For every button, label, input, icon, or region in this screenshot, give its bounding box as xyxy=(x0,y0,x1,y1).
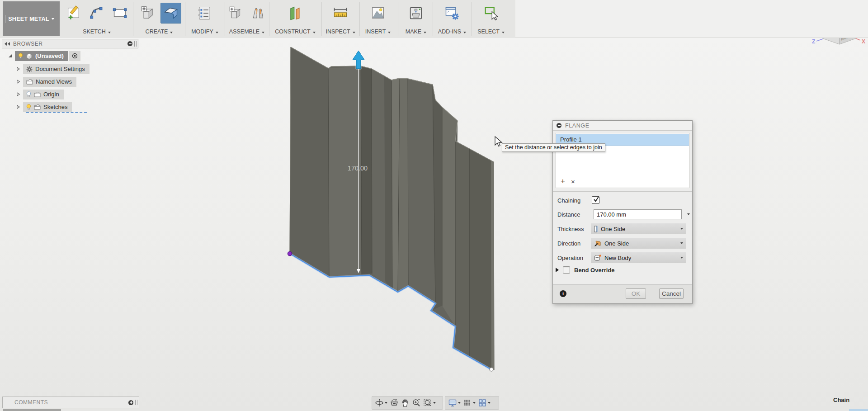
modify-menu[interactable]: MODIFY xyxy=(185,28,224,35)
dialog-collapse-icon[interactable] xyxy=(557,123,561,128)
distance-dropdown-caret[interactable] xyxy=(687,213,690,215)
model-viewport: 170.00 Y TOP FRONT RIGHT Z X xyxy=(0,0,868,411)
flange-drag-arrow[interactable] xyxy=(353,51,364,69)
new-body-icon xyxy=(594,254,601,261)
fold-edges xyxy=(328,66,469,357)
folder-icon xyxy=(26,79,33,85)
pan-button[interactable] xyxy=(400,397,410,409)
info-icon[interactable]: i xyxy=(560,290,566,297)
operation-dropdown[interactable]: New Body xyxy=(591,252,686,263)
remove-selection-button[interactable]: × xyxy=(571,178,575,185)
sheet-metal-body[interactable] xyxy=(290,47,494,370)
create-sketch-button[interactable] xyxy=(63,3,84,24)
tree-item-sketches[interactable]: Sketches xyxy=(23,102,72,112)
direction-dropdown[interactable]: One Side xyxy=(591,238,686,249)
viewports-button[interactable] xyxy=(477,397,491,409)
flange-dialog-header[interactable]: FLANGE xyxy=(553,121,692,131)
thickness-dropdown[interactable]: One Side xyxy=(591,223,686,234)
sketch-rectangle-button[interactable] xyxy=(109,3,130,24)
select-cursor-icon xyxy=(483,5,499,21)
insert-menu[interactable]: INSERT xyxy=(360,28,396,35)
distance-input[interactable] xyxy=(594,209,682,219)
tree-item-label: Sketches xyxy=(43,104,67,110)
chaining-checkbox[interactable] xyxy=(592,196,599,204)
bend-override-checkbox[interactable] xyxy=(563,266,570,274)
sketch-arc-button[interactable] xyxy=(86,3,107,24)
tree-row-origin[interactable]: Origin xyxy=(16,89,64,99)
cancel-button[interactable]: Cancel xyxy=(659,288,684,299)
sketch-point-end[interactable] xyxy=(490,368,493,371)
look-at-button[interactable] xyxy=(389,397,400,409)
tree-row-named-views[interactable]: Named Views xyxy=(16,76,76,87)
ok-button[interactable]: OK xyxy=(626,288,646,299)
make-menu[interactable]: MAKE xyxy=(400,28,432,35)
panel-face xyxy=(392,78,400,292)
toolbar-group-addins: >- ADD-INS xyxy=(433,0,471,38)
select-button[interactable] xyxy=(481,3,501,24)
panel-collapse-icon[interactable] xyxy=(127,41,132,46)
operation-value: New Body xyxy=(604,255,631,261)
panel-grip[interactable] xyxy=(135,400,137,405)
browser-panel-header[interactable]: BROWSER xyxy=(2,39,138,48)
assemble-menu[interactable]: ASSEMBLE xyxy=(225,28,269,35)
expand-closed-icon[interactable] xyxy=(16,92,20,96)
sketch-menu[interactable]: SKETCH xyxy=(61,28,133,35)
make-button[interactable] xyxy=(406,3,426,24)
tab-sheet-metal[interactable]: SHEET METAL xyxy=(3,1,60,36)
addins-button[interactable]: >- xyxy=(442,3,462,24)
grid-snap-button[interactable] xyxy=(462,397,476,409)
create-menu[interactable]: CREATE xyxy=(134,28,184,35)
lightbulb-on-icon[interactable] xyxy=(26,104,31,110)
expand-open-icon[interactable] xyxy=(8,54,12,58)
new-component-button[interactable] xyxy=(225,3,246,24)
profile-selection-list[interactable]: Profile 1 + × xyxy=(556,133,689,188)
tab-grip[interactable] xyxy=(5,15,7,23)
collapse-panel-icon[interactable] xyxy=(4,42,10,46)
inspect-menu[interactable]: INSPECT xyxy=(322,28,359,35)
insert-button[interactable] xyxy=(368,3,388,24)
sheet-metal-rules-button[interactable] xyxy=(194,3,215,24)
lightbulb-on-icon[interactable] xyxy=(18,53,23,59)
expand-closed-icon[interactable] xyxy=(16,67,20,71)
comments-title: COMMENTS xyxy=(3,399,128,406)
sketch-point-origin[interactable] xyxy=(288,252,292,256)
browser-root-item[interactable]: (Unsaved) xyxy=(15,51,68,61)
tree-item-label: Document Settings xyxy=(35,66,85,72)
activate-component-radio[interactable] xyxy=(69,51,80,61)
bend-override-expand-icon[interactable] xyxy=(556,268,559,272)
zoom-button[interactable] xyxy=(411,397,422,409)
expand-closed-icon[interactable] xyxy=(16,105,20,109)
tree-row-document-settings[interactable]: Document Settings xyxy=(16,64,90,74)
display-settings-button[interactable] xyxy=(447,397,462,409)
measure-button[interactable] xyxy=(330,3,351,24)
tree-item-document-settings[interactable]: Document Settings xyxy=(23,64,90,74)
zoom-icon xyxy=(412,398,421,407)
orbit-button[interactable] xyxy=(374,397,388,409)
tree-item-origin[interactable]: Origin xyxy=(23,90,64,99)
flange-dialog-footer: i OK Cancel xyxy=(553,284,692,303)
thickness-value: One Side xyxy=(601,226,625,232)
expand-closed-icon[interactable] xyxy=(16,80,20,84)
lightbulb-off-icon[interactable] xyxy=(26,91,31,97)
create-sketch-icon xyxy=(66,5,82,21)
panel-grip[interactable] xyxy=(134,41,137,47)
profile-edge-selected[interactable] xyxy=(290,254,491,369)
construct-menu[interactable]: CONSTRUCT xyxy=(269,28,321,35)
create-base-feature-button[interactable] xyxy=(137,3,158,24)
printer-3d-icon xyxy=(408,5,424,21)
add-comment-icon[interactable] xyxy=(128,400,133,405)
chevron-down-icon xyxy=(353,32,355,33)
comments-panel-bar[interactable]: COMMENTS xyxy=(2,397,139,408)
construct-plane-button[interactable] xyxy=(285,3,306,24)
flange-button[interactable] xyxy=(160,3,181,24)
addins-menu[interactable]: ADD-INS xyxy=(433,28,471,35)
tree-item-named-views[interactable]: Named Views xyxy=(23,77,76,87)
browser-root-row[interactable]: (Unsaved) xyxy=(8,51,80,61)
fit-button[interactable] xyxy=(422,397,437,409)
joint-button[interactable] xyxy=(248,3,269,24)
tree-row-sketches[interactable]: Sketches xyxy=(16,102,72,112)
select-menu[interactable]: SELECT xyxy=(472,28,510,35)
panel-face xyxy=(469,149,494,370)
dimension-value[interactable]: 170.00 xyxy=(348,165,368,172)
add-selection-button[interactable]: + xyxy=(561,177,565,185)
